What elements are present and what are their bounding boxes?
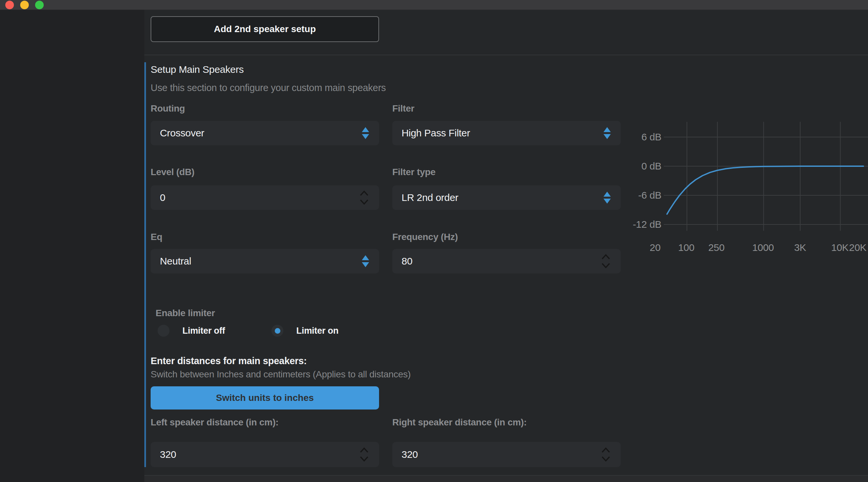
svg-text:0 dB: 0 dB (641, 160, 661, 172)
filter-type-select[interactable]: LR 2nd order (392, 185, 621, 210)
filter-type-value: LR 2nd order (402, 192, 603, 203)
filter-label: Filter (392, 103, 621, 114)
left-distance-input[interactable]: 320 (151, 442, 379, 467)
eq-label: Eq (151, 232, 379, 243)
section-top-divider (144, 55, 868, 55)
svg-text:100: 100 (678, 242, 694, 253)
svg-text:10K: 10K (831, 242, 849, 253)
minimize-window-button[interactable] (20, 1, 29, 9)
filter-value: High Pass Filter (402, 127, 603, 139)
filter-type-label: Filter type (392, 167, 621, 178)
svg-text:20K: 20K (849, 242, 867, 253)
number-stepper-icon[interactable] (601, 252, 611, 270)
left-margin-pane (0, 10, 144, 482)
section-accent-line (144, 62, 146, 467)
svg-text:-12 dB: -12 dB (632, 219, 661, 230)
distances-heading: Enter distances for main speakers: (151, 355, 307, 367)
level-label: Level (dB) (151, 167, 379, 178)
limiter-off-option[interactable]: Limiter off (158, 325, 225, 337)
routing-value: Crossover (160, 127, 362, 139)
routing-select[interactable]: Crossover (151, 121, 379, 145)
svg-text:20: 20 (650, 242, 661, 253)
window-titlebar (0, 0, 868, 10)
enable-limiter-label: Enable limiter (156, 308, 215, 319)
svg-text:3K: 3K (794, 242, 806, 253)
routing-label: Routing (151, 103, 379, 114)
add-second-speaker-setup-button[interactable]: Add 2nd speaker setup (151, 16, 379, 42)
number-stepper-icon[interactable] (601, 446, 611, 463)
frequency-input[interactable]: 80 (392, 249, 621, 273)
limiter-on-label: Limiter on (296, 326, 339, 336)
eq-select[interactable]: Neutral (151, 249, 379, 273)
right-distance-input[interactable]: 320 (392, 442, 621, 467)
svg-text:250: 250 (708, 242, 724, 253)
section-subtitle: Use this section to configure your custo… (151, 82, 386, 93)
switch-units-button[interactable]: Switch units to inches (151, 386, 379, 410)
select-updown-icon (362, 255, 369, 267)
distances-subheading: Switch between Inches and centimeters (A… (151, 369, 410, 380)
select-updown-icon (603, 127, 611, 139)
radio-button-icon[interactable] (272, 325, 283, 337)
close-window-button[interactable] (5, 1, 14, 9)
next-section-strip (144, 476, 868, 482)
select-updown-icon (362, 127, 369, 139)
limiter-off-label: Limiter off (182, 326, 225, 336)
main-content: Add 2nd speaker setup Setup Main Speaker… (144, 10, 868, 482)
section-title: Setup Main Speakers (151, 64, 244, 76)
select-updown-icon (603, 192, 611, 204)
left-distance-label: Left speaker distance (in cm): (151, 417, 379, 428)
filter-select[interactable]: High Pass Filter (392, 121, 621, 145)
number-stepper-icon[interactable] (359, 446, 369, 463)
svg-text:6 dB: 6 dB (641, 131, 661, 142)
limiter-radio-group: Limiter off Limiter on (144, 325, 508, 339)
frequency-label: Frequency (Hz) (392, 232, 621, 243)
frequency-response-chart: 6 dB0 dB-6 dB-12 dB2010025010003K10K20K (629, 116, 868, 262)
right-distance-value: 320 (402, 449, 601, 460)
left-distance-value: 320 (160, 449, 359, 460)
level-value: 0 (160, 192, 359, 203)
zoom-window-button[interactable] (35, 1, 44, 9)
right-distance-label: Right speaker distance (in cm): (392, 417, 621, 428)
svg-text:1000: 1000 (752, 242, 774, 253)
number-stepper-icon[interactable] (359, 189, 369, 206)
level-input[interactable]: 0 (151, 185, 379, 210)
limiter-on-option[interactable]: Limiter on (272, 325, 339, 337)
eq-value: Neutral (160, 255, 362, 267)
frequency-value: 80 (402, 255, 601, 267)
svg-text:-6 dB: -6 dB (638, 190, 661, 201)
radio-button-icon[interactable] (158, 325, 169, 337)
